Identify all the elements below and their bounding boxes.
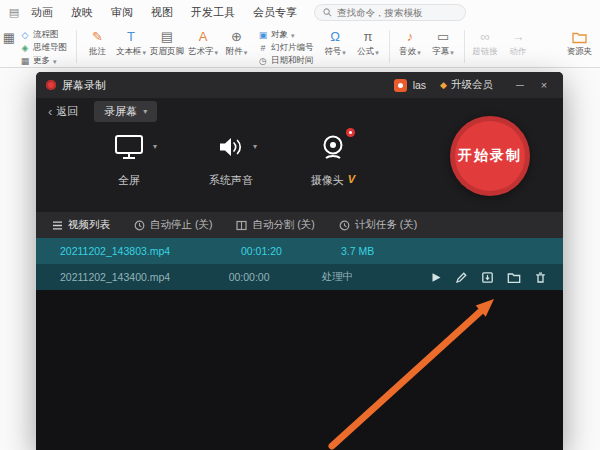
ribbon: ▤ 动画 放映 审阅 视图 开发工具 会员专享 ▦ ◇流程图 ◈思维导图 ▦更多… <box>0 0 600 68</box>
tool-header-footer[interactable]: ▤页眉页脚 <box>148 26 186 58</box>
menu-tab-devtools[interactable]: 开发工具 <box>182 5 244 20</box>
wordart-icon: A <box>199 29 208 44</box>
folder-open-icon[interactable] <box>507 271 521 284</box>
menu-bar: ▤ 动画 放映 审阅 视图 开发工具 会员专享 <box>0 0 600 25</box>
brand-logo-icon <box>394 79 407 92</box>
tool-slide-number[interactable]: #幻灯片编号 <box>255 42 317 54</box>
tool-date-time[interactable]: ◷日期和时间 <box>255 55 317 67</box>
left-tool-stack: ◇流程图 ◈思维导图 ▦更多▾ <box>15 26 72 67</box>
chevron-down-icon: ▾ <box>53 58 57 65</box>
tool-formula[interactable]: π公式▾ <box>352 26 385 58</box>
tool-object[interactable]: ▣对象▾ <box>255 29 317 41</box>
chevron-down-icon: ▾ <box>450 49 454 56</box>
chevron-down-icon: ▾ <box>153 142 157 151</box>
separator <box>389 30 390 63</box>
chevron-down-icon: ▾ <box>244 49 248 56</box>
tool-flowchart[interactable]: ◇流程图 <box>17 29 70 41</box>
video-filename: 20211202_143803.mp4 <box>36 245 241 257</box>
textbox-icon: T <box>127 29 135 44</box>
start-record-button[interactable]: 开始录制 <box>450 116 530 196</box>
chevron-down-icon: ▾ <box>143 107 147 116</box>
tool-resource-folder[interactable]: 资源夹 <box>563 26 596 58</box>
chevron-down-icon: ▾ <box>342 49 346 56</box>
folder-icon <box>572 31 587 44</box>
upgrade-member-button[interactable]: ◆ 升级会员 <box>440 78 493 92</box>
clock-icon <box>134 220 145 231</box>
row-actions <box>429 271 563 284</box>
menu-tab-animation[interactable]: 动画 <box>22 5 62 20</box>
window-title: 屏幕录制 <box>62 78 106 93</box>
flowchart-icon: ◇ <box>20 30 30 40</box>
tool-comment[interactable]: ✎批注 <box>81 26 114 58</box>
object-icon: ▣ <box>258 30 268 40</box>
tab-video-list[interactable]: 视频列表 <box>52 218 110 232</box>
close-button[interactable]: × <box>535 79 553 91</box>
video-list-empty-area <box>36 290 563 450</box>
command-search[interactable] <box>314 4 466 21</box>
clock-icon: ◷ <box>258 56 268 66</box>
video-size: 3.7 MB <box>341 245 456 257</box>
dialog-titlebar[interactable]: 屏幕录制 las ◆ 升级会员 ─ × <box>36 72 563 98</box>
menu-tab-member[interactable]: 会员专享 <box>244 5 306 20</box>
music-note-icon: ♪ <box>407 29 414 44</box>
action-arrow-icon: → <box>512 29 525 44</box>
fullscreen-option[interactable]: ▾ 全屏 <box>84 128 174 206</box>
separator <box>76 30 77 63</box>
tool-wordart[interactable]: A艺术字▾ <box>186 26 220 58</box>
back-button[interactable]: ‹ 返回 <box>48 104 78 119</box>
tool-attachment[interactable]: ⊕附件▾ <box>220 26 253 58</box>
tab-auto-stop[interactable]: 自动停止 (关) <box>134 218 212 232</box>
separator <box>464 30 465 63</box>
attachment-icon: ⊕ <box>231 29 242 44</box>
system-sound-option[interactable]: ▾ 系统声音 <box>186 128 276 206</box>
cropped-tool-button[interactable]: ▦ <box>0 26 15 45</box>
search-input[interactable] <box>337 7 457 18</box>
cropped-toolbar-icon: ▤ <box>6 6 22 19</box>
chevron-down-icon: ▾ <box>143 49 147 56</box>
camera-badge-icon <box>346 128 355 137</box>
tool-symbol[interactable]: Ω符号▾ <box>319 26 352 58</box>
play-icon[interactable] <box>429 271 442 284</box>
video-filename: 20211202_143400.mp4 <box>36 271 229 283</box>
formula-icon: π <box>364 29 373 44</box>
app-logo-icon <box>46 80 56 90</box>
chevron-down-icon: ▾ <box>417 49 421 56</box>
menu-tab-view[interactable]: 视图 <box>142 5 182 20</box>
video-duration: 00:00:00 <box>229 271 322 283</box>
tab-scheduled-task[interactable]: 计划任务 (关) <box>339 218 417 232</box>
monitor-icon <box>113 133 145 161</box>
record-mode-dropdown[interactable]: 录屏幕 ▾ <box>94 101 157 122</box>
chevron-down-icon: ▾ <box>215 49 219 56</box>
save-icon[interactable] <box>481 271 494 284</box>
tool-action: →动作 <box>502 26 535 58</box>
video-duration: 00:01:20 <box>241 245 341 257</box>
video-row-2[interactable]: 20211202_143400.mp4 00:00:00 处理中 <box>36 264 563 290</box>
tool-sound-effect[interactable]: ♪音效▾ <box>394 26 427 58</box>
webcam-icon <box>319 133 347 161</box>
screen-recorder-window: 屏幕录制 las ◆ 升级会员 ─ × ‹ 返回 录屏幕 ▾ ▾ <box>36 72 563 450</box>
list-icon <box>52 220 63 231</box>
mid-tool-stack: ▣对象▾ #幻灯片编号 ◷日期和时间 <box>253 26 319 67</box>
material-icon: ▦ <box>3 30 15 45</box>
tool-subtitle[interactable]: ▭字幕▾ <box>427 26 460 58</box>
slide-number-icon: # <box>258 43 268 53</box>
chevron-down-icon: ▾ <box>375 49 379 56</box>
delete-icon[interactable] <box>534 271 547 284</box>
tool-mindmap[interactable]: ◈思维导图 <box>17 42 70 54</box>
tool-textbox[interactable]: T文本框▾ <box>114 26 148 58</box>
tab-auto-split[interactable]: 自动分割 (关) <box>236 218 314 232</box>
edit-icon[interactable] <box>455 271 468 284</box>
schedule-icon <box>339 220 350 231</box>
link-icon: ∞ <box>480 29 489 44</box>
brand-text: las <box>413 79 426 91</box>
tool-more[interactable]: ▦更多▾ <box>17 55 70 67</box>
menu-tab-slideshow[interactable]: 放映 <box>62 5 102 20</box>
camera-option[interactable]: 摄像头 V <box>288 128 378 206</box>
split-icon <box>236 220 247 231</box>
minimize-button[interactable]: ─ <box>511 79 529 91</box>
menu-tab-review[interactable]: 审阅 <box>102 5 142 20</box>
speaker-icon <box>217 134 245 160</box>
chevron-down-icon: ▾ <box>253 142 257 151</box>
diamond-icon: ◆ <box>440 80 447 90</box>
video-row-1[interactable]: 20211202_143803.mp4 00:01:20 3.7 MB <box>36 238 563 264</box>
